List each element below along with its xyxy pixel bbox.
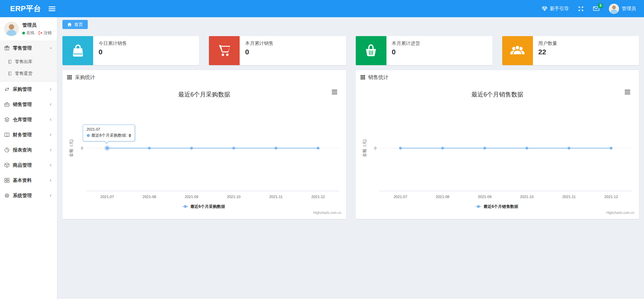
stat-cards-row: 今日累计销售 0 本月累计销售 0	[62, 36, 639, 65]
th-grid-icon	[67, 75, 72, 80]
shopping-basket-icon	[356, 36, 386, 65]
sidebar-item-finance[interactable]: 财务管理	[0, 127, 57, 142]
shopping-cart-icon	[209, 36, 240, 65]
sidebar-item-label: 报表查询	[13, 147, 32, 153]
open-book-icon	[4, 132, 10, 138]
y-axis-tick: 0	[81, 146, 83, 150]
x-axis-label: 2021-07	[394, 195, 407, 199]
sidebar-item-label: 系统管理	[13, 193, 32, 199]
chevron-left-icon	[49, 178, 53, 183]
x-axis-label: 2021-10	[227, 195, 240, 199]
sidebar-item-retail[interactable]: 零售管理	[0, 40, 57, 56]
data-point[interactable]	[233, 147, 235, 149]
data-point[interactable]	[568, 147, 570, 149]
online-status-dot	[22, 32, 25, 34]
guide-label: 新手引导	[550, 6, 569, 12]
chart-legend[interactable]: 最近6个月采购数据	[183, 204, 225, 209]
sidebar-item-retail-outbound[interactable]: 零售出库	[0, 56, 57, 67]
chevron-down-icon	[49, 46, 53, 50]
chart-title: 最近6个月采购数据	[178, 91, 230, 98]
chevron-left-icon	[49, 87, 53, 91]
stat-card-month-sales[interactable]: 本月累计销售 0	[209, 36, 346, 65]
sidebar: 管理员 在线 注销 零售管理	[0, 17, 57, 300]
sidebar-item-retail-return[interactable]: 零售退货	[0, 67, 57, 79]
data-point[interactable]	[317, 147, 320, 149]
users-icon	[502, 36, 533, 65]
sidebar-user-name: 管理员	[22, 22, 52, 28]
chart-context-menu-button[interactable]	[330, 88, 339, 97]
panel-header: 采购统计	[62, 70, 346, 84]
message-count-badge: 0	[598, 3, 603, 8]
notebook-icon	[7, 71, 12, 76]
chart-context-menu-button[interactable]	[623, 88, 632, 97]
x-axis-label: 2021-09	[185, 195, 198, 199]
sidebar-toggle-button[interactable]	[49, 6, 55, 11]
data-point[interactable]	[526, 147, 528, 149]
layers-icon	[4, 117, 10, 122]
navbar-right-group: 新手引导 0 管理员	[542, 4, 644, 14]
chart-credits[interactable]: Highcharts.com.cn	[606, 211, 634, 215]
charts-row: 采购统计 2021-07 最近6个月采购数据: 0 最近6个月采购数据金额（元)…	[62, 70, 639, 219]
sidebar-item-reports[interactable]: 报表查询	[0, 142, 57, 158]
home-icon	[67, 22, 72, 27]
user-menu[interactable]: 管理员	[609, 4, 636, 14]
x-axis-label: 2021-11	[562, 195, 576, 199]
chevron-left-icon	[49, 102, 53, 107]
x-axis-label: 2021-09	[478, 195, 491, 199]
guide-link[interactable]: 新手引导	[542, 6, 569, 12]
breadcrumb-tab-home[interactable]: 首页	[62, 20, 88, 29]
data-point[interactable]	[441, 147, 444, 149]
data-point[interactable]	[610, 147, 613, 149]
sidebar-item-warehouse[interactable]: 仓库管理	[0, 112, 57, 127]
fullscreen-button[interactable]	[578, 6, 584, 11]
shopping-bag-icon	[62, 36, 93, 65]
chevron-left-icon	[49, 193, 53, 198]
sales-chart[interactable]: 最近6个月销售数据金额（元)02021-072021-082021-092021…	[359, 84, 636, 216]
tooltip-value: 0	[129, 133, 131, 138]
chart-credits[interactable]: Highcharts.com.cn	[313, 211, 341, 215]
stat-card-user-count[interactable]: 用户数量 22	[502, 36, 639, 65]
data-point[interactable]	[148, 147, 151, 149]
sidebar-menu: 零售管理 零售出库 零售退货 采购管理	[0, 40, 57, 203]
chart-tooltip: 2021-07 最近6个月采购数据: 0	[83, 125, 135, 141]
data-point[interactable]	[190, 147, 193, 149]
sidebar-item-label: 销售管理	[13, 102, 32, 108]
data-point[interactable]	[106, 146, 109, 150]
user-avatar	[609, 4, 619, 14]
sidebar-item-basic-data[interactable]: 基本资料	[0, 173, 57, 188]
app-logo[interactable]: ERP平台	[0, 4, 41, 14]
logout-link[interactable]: 注销	[38, 30, 52, 36]
repeat-icon	[4, 86, 10, 92]
sidebar-item-system[interactable]: 系统管理	[0, 188, 57, 203]
stat-card-month-purchase[interactable]: 本月累计进货 0	[356, 36, 492, 65]
fullscreen-icon	[578, 6, 584, 11]
data-point[interactable]	[399, 147, 402, 149]
navbar-username: 管理员	[622, 6, 636, 12]
sidebar-item-purchase[interactable]: 采购管理	[0, 82, 57, 97]
sidebar-user-panel: 管理员 在线 注销	[0, 17, 57, 40]
top-navbar: ERP平台 新手引导 0	[0, 0, 644, 17]
page-footer	[57, 298, 644, 300]
chevron-left-icon	[49, 133, 53, 137]
logout-label: 注销	[44, 30, 52, 36]
messages-button[interactable]: 0	[593, 6, 599, 11]
x-axis-label: 2021-10	[520, 195, 534, 199]
data-point[interactable]	[483, 147, 486, 149]
chart-legend[interactable]: 最近6个月销售数据	[476, 204, 518, 209]
stat-card-today-sales[interactable]: 今日累计销售 0	[62, 36, 199, 65]
x-axis-label: 2021-12	[604, 195, 618, 199]
data-point[interactable]	[275, 147, 277, 149]
tooltip-series-dot	[87, 134, 90, 137]
purchase-chart[interactable]: 2021-07 最近6个月采购数据: 0 最近6个月采购数据金额（元)02021…	[66, 84, 343, 216]
purchase-stats-panel: 采购统计 2021-07 最近6个月采购数据: 0 最近6个月采购数据金额（元)…	[62, 70, 346, 219]
cube-icon	[4, 162, 10, 168]
gift-icon	[4, 45, 10, 51]
grid-icon	[4, 178, 10, 183]
sidebar-item-sales[interactable]: 销售管理	[0, 97, 57, 112]
gem-icon	[542, 6, 547, 11]
sidebar-item-goods[interactable]: 商品管理	[0, 158, 57, 173]
sidebar-item-label: 仓库管理	[13, 117, 32, 123]
chart-title: 最近6个月销售数据	[471, 91, 523, 98]
pie-chart-icon	[4, 147, 10, 153]
briefcase-icon	[4, 102, 10, 107]
